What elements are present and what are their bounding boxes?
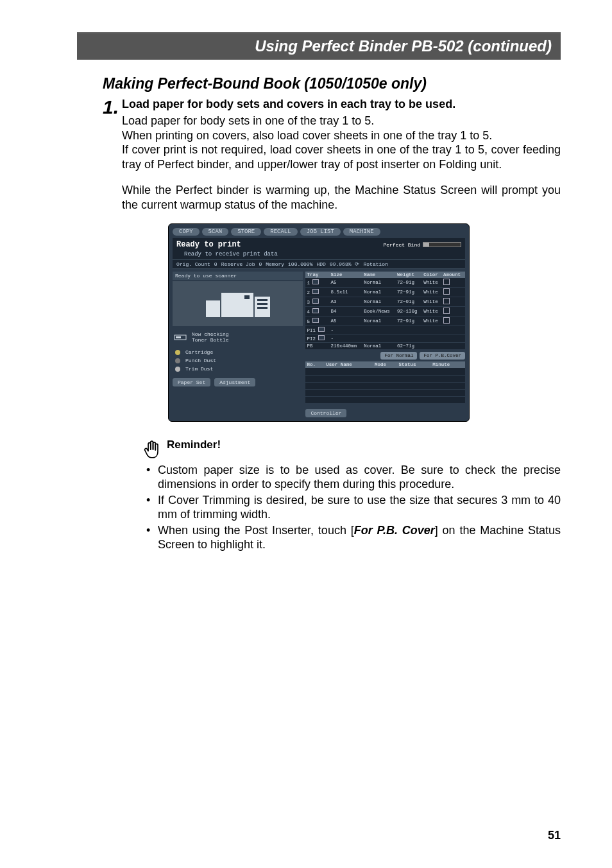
status-row: Ready to print Perfect Bind bbox=[173, 238, 465, 251]
tray-row-pi2[interactable]: PI2 - bbox=[305, 334, 465, 343]
job-row bbox=[305, 382, 465, 389]
page-header-title: Using Perfect Binder PB-502 (continued) bbox=[255, 37, 552, 55]
th-mode: Mode bbox=[373, 361, 397, 368]
screen-tabs: COPY SCAN STORE RECALL JOB LIST MACHINE bbox=[173, 228, 465, 236]
toner-line2: Toner Bottle bbox=[192, 337, 229, 343]
page-number: 51 bbox=[548, 829, 561, 842]
page-header: Using Perfect Binder PB-502 (continued) bbox=[77, 32, 561, 58]
th-name: Name bbox=[362, 272, 396, 278]
tray-row[interactable]: 3 A3Normal72~91gWhite bbox=[305, 297, 465, 307]
for-pb-cover-ref: For P.B. Cover bbox=[354, 524, 435, 537]
job-row bbox=[305, 375, 465, 382]
step-body: Load paper for body sets in one of the t… bbox=[122, 114, 561, 212]
orig-count-val: 0 bbox=[214, 261, 217, 267]
step-heading: Load paper for body sets and covers in e… bbox=[122, 98, 561, 111]
consumable-lamps: Cartridge Punch Dust Trim Dust bbox=[173, 348, 303, 373]
perfect-bind-label: Perfect Bind bbox=[383, 242, 420, 248]
orig-count-label: Orig. Count bbox=[176, 261, 210, 267]
for-pb-cover-button[interactable]: For P.B.Cover bbox=[420, 352, 465, 360]
tray-row[interactable]: 4 B4Book/News92~130gWhite bbox=[305, 307, 465, 317]
svg-rect-1 bbox=[176, 336, 181, 338]
scanner-status: Ready to use scanner bbox=[173, 272, 303, 280]
job-table: No. User Name Mode Status Minute bbox=[305, 361, 465, 404]
tab-joblist[interactable]: JOB LIST bbox=[300, 228, 341, 236]
hdd-val: 99.968% bbox=[330, 261, 352, 267]
job-row bbox=[305, 389, 465, 396]
tray-row-pi1[interactable]: PI1 - bbox=[305, 326, 465, 334]
toner-check-row: Now checking Toner Bottle bbox=[173, 330, 303, 344]
job-row bbox=[305, 396, 465, 403]
amount-icon bbox=[443, 298, 450, 304]
tray-row[interactable]: 2 8.5x11Normal72~91gWhite bbox=[305, 288, 465, 297]
toner-icon bbox=[174, 333, 188, 342]
step-p4: While the Perfect binder is warming up, … bbox=[122, 183, 561, 212]
adjustment-button[interactable]: Adjustment bbox=[214, 378, 255, 386]
controller-button[interactable]: Controller bbox=[305, 409, 346, 417]
reminder-block: Reminder! bbox=[141, 438, 561, 460]
reserve-val: 0 bbox=[259, 261, 262, 267]
tab-scan[interactable]: SCAN bbox=[202, 228, 229, 236]
reminder-item: If Cover Trimming is desired, be sure to… bbox=[146, 493, 561, 522]
tab-machine[interactable]: MACHINE bbox=[343, 228, 380, 236]
status-text: Ready to print bbox=[176, 240, 241, 249]
cartridge-lamp-icon bbox=[175, 350, 180, 355]
tray-table: Tray Size Name Weight Color Amount 1 A5N… bbox=[305, 272, 465, 350]
th-no: No. bbox=[305, 361, 325, 368]
hdd-label: HDD bbox=[316, 261, 325, 267]
machine-status-screenshot: COPY SCAN STORE RECALL JOB LIST MACHINE … bbox=[168, 223, 470, 422]
tray-icon bbox=[312, 318, 319, 323]
tray-icon bbox=[312, 279, 319, 284]
lamp-trim-dust: Trim Dust bbox=[185, 366, 213, 372]
amount-icon bbox=[443, 308, 450, 314]
reminder-label: Reminder! bbox=[167, 438, 221, 451]
reminder-item: When using the Post Inserter, touch [For… bbox=[146, 523, 561, 552]
step-number: 1. bbox=[103, 98, 122, 212]
section-title: Making Perfect-Bound Book (1050/1050e on… bbox=[103, 75, 561, 92]
memory-label: Memory bbox=[266, 261, 284, 267]
step-p1: Load paper for body sets in one of the t… bbox=[122, 114, 561, 128]
tray-icon bbox=[312, 308, 319, 313]
amount-icon bbox=[443, 317, 450, 324]
th-size: Size bbox=[330, 272, 363, 278]
info-bar: Orig. Count 0 Reserve Job 0 Memory 100.0… bbox=[173, 259, 465, 269]
th-amount: Amount bbox=[442, 272, 465, 278]
tray-row[interactable]: 5 A5Normal72~91gWhite bbox=[305, 317, 465, 326]
lamp-cartridge: Cartridge bbox=[185, 349, 213, 355]
tray-row-pb[interactable]: PB210x440mmNormal62~71g bbox=[305, 343, 465, 350]
tray-row[interactable]: 1 A5Normal72~91gWhite bbox=[305, 278, 465, 288]
tray-icon bbox=[318, 335, 325, 340]
th-user: User Name bbox=[325, 361, 373, 368]
perfect-bind-progress bbox=[423, 242, 461, 247]
job-row bbox=[305, 368, 465, 375]
tab-recall[interactable]: RECALL bbox=[264, 228, 297, 236]
step-1: 1. Load paper for body sets and covers i… bbox=[103, 98, 561, 212]
toner-line1: Now checking bbox=[192, 331, 229, 337]
th-color: Color bbox=[422, 272, 442, 278]
amount-icon bbox=[443, 279, 450, 285]
reminder-item: Custom paper size is to be used as cover… bbox=[146, 463, 561, 492]
step-content: Load paper for body sets and covers in e… bbox=[122, 98, 561, 212]
for-normal-button[interactable]: For Normal bbox=[380, 352, 417, 360]
tray-icon bbox=[312, 289, 319, 294]
th-status: Status bbox=[397, 361, 431, 368]
machine-illustration bbox=[173, 281, 303, 326]
hand-icon bbox=[141, 438, 163, 460]
trim-dust-lamp-icon bbox=[175, 367, 180, 372]
step-p2: When printing on covers, also load cover… bbox=[122, 128, 561, 143]
th-tray: Tray bbox=[305, 272, 329, 278]
tab-store[interactable]: STORE bbox=[231, 228, 261, 236]
amount-icon bbox=[443, 288, 450, 295]
reminder-bullets: Custom paper size is to be used as cover… bbox=[146, 463, 561, 552]
tab-copy[interactable]: COPY bbox=[173, 228, 200, 236]
paper-set-button[interactable]: Paper Set bbox=[173, 378, 210, 386]
sub-status: Ready to receive print data bbox=[173, 251, 465, 259]
reserve-label: Reserve Job bbox=[221, 261, 255, 267]
lamp-punch-dust: Punch Dust bbox=[185, 358, 216, 363]
header-underline bbox=[77, 58, 561, 60]
punch-dust-lamp-icon bbox=[175, 358, 180, 363]
tray-icon bbox=[312, 299, 319, 304]
th-weight: Weight bbox=[396, 272, 422, 278]
step-p3: If cover print is not required, load cov… bbox=[122, 143, 561, 171]
memory-val: 100.000% bbox=[288, 261, 312, 267]
tray-icon bbox=[318, 327, 325, 332]
